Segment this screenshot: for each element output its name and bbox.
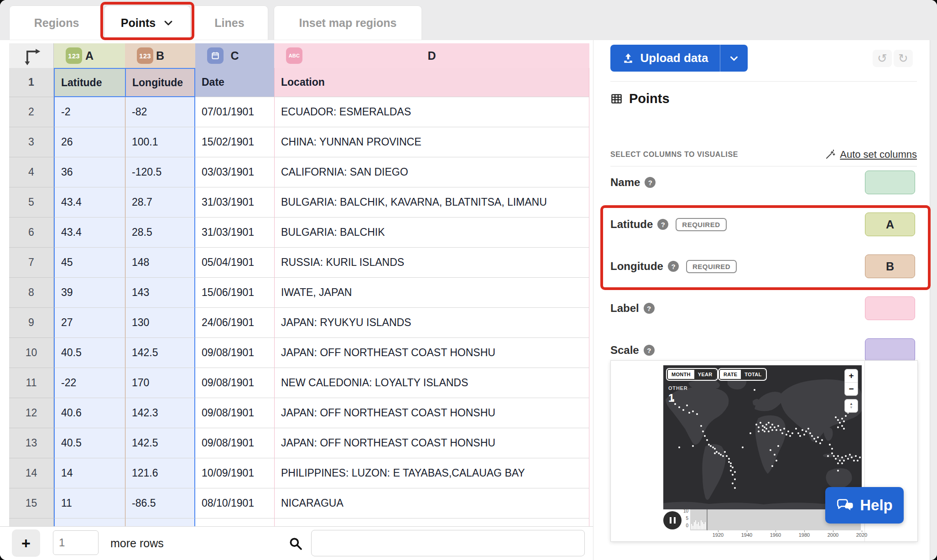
- column-selector-scale[interactable]: [865, 338, 915, 362]
- table-cell[interactable]: 26: [54, 127, 125, 157]
- row-number[interactable]: 6: [9, 218, 54, 248]
- table-cell[interactable]: -22: [54, 368, 125, 398]
- table-cell[interactable]: 43.4: [54, 187, 125, 218]
- undo-button[interactable]: ↺: [873, 50, 892, 67]
- table-cell[interactable]: 170: [125, 368, 195, 398]
- table-cell[interactable]: -86.5: [125, 488, 195, 519]
- table-cell[interactable]: 100.1: [125, 127, 195, 157]
- row-number[interactable]: 2: [9, 97, 54, 127]
- column-selector-name[interactable]: [865, 171, 915, 194]
- column-header-B[interactable]: 123B: [125, 43, 195, 68]
- help-button[interactable]: Help: [825, 487, 904, 524]
- table-cell[interactable]: 15/02/1901: [195, 127, 274, 157]
- table-cell[interactable]: 148: [125, 248, 195, 278]
- table-cell[interactable]: 09/08/1901: [195, 398, 274, 428]
- table-cell[interactable]: 09/08/1901: [195, 428, 274, 458]
- row-number[interactable]: 9: [9, 308, 54, 338]
- toggle-option-total[interactable]: TOTAL: [741, 370, 765, 379]
- help-circle-icon[interactable]: ?: [657, 219, 668, 230]
- table-cell[interactable]: 09/08/1901: [195, 368, 274, 398]
- table-cell[interactable]: 08/10/1901: [195, 488, 274, 519]
- table-cell[interactable]: IWATE, JAPAN: [274, 278, 589, 308]
- table-cell[interactable]: JAPAN: OFF NORTHEAST COAST HONSHU: [274, 428, 589, 458]
- table-cell[interactable]: 40.5: [54, 428, 125, 458]
- timeline-cursor[interactable]: [707, 509, 708, 530]
- table-cell[interactable]: 15/06/1901: [195, 278, 274, 308]
- pause-button[interactable]: [663, 511, 682, 529]
- toggle-option-rate[interactable]: RATE: [720, 370, 741, 379]
- table-cell[interactable]: 43.4: [54, 218, 125, 248]
- table-cell[interactable]: 121.6: [125, 458, 195, 488]
- table-cell[interactable]: 130: [125, 308, 195, 338]
- table-cell[interactable]: 14: [54, 458, 125, 488]
- table-cell[interactable]: -82: [125, 97, 195, 127]
- table-cell[interactable]: 40.6: [54, 398, 125, 428]
- table-cell[interactable]: -120.5: [125, 157, 195, 187]
- row-number[interactable]: 13: [9, 428, 54, 458]
- toggle-option-year[interactable]: YEAR: [694, 370, 716, 379]
- table-cell[interactable]: RUSSIA: KURIL ISLANDS: [274, 248, 589, 278]
- table-cell[interactable]: 31/03/1901: [195, 218, 274, 248]
- upload-data-button[interactable]: Upload data: [610, 45, 748, 72]
- help-circle-icon[interactable]: ?: [668, 261, 679, 272]
- zoom-out-button[interactable]: −: [845, 382, 858, 395]
- table-cell[interactable]: -2: [54, 97, 125, 127]
- table-cell[interactable]: 28.5: [125, 218, 195, 248]
- column-header-A[interactable]: 123A: [54, 43, 125, 68]
- tab-points[interactable]: Points: [104, 5, 191, 40]
- table-cell[interactable]: NEW CALEDONIA: LOYALTY ISLANDS: [274, 368, 589, 398]
- row-number[interactable]: 11: [9, 368, 54, 398]
- toggle-option-month[interactable]: MONTH: [668, 370, 694, 379]
- table-cell[interactable]: 24/06/1901: [195, 308, 274, 338]
- table-cell[interactable]: 28.7: [125, 187, 195, 218]
- upload-dropdown-button[interactable]: [720, 45, 748, 72]
- table-cell[interactable]: 36: [54, 157, 125, 187]
- table-cell[interactable]: JAPAN: RYUKYU ISLANDS: [274, 308, 589, 338]
- table-cell[interactable]: 11: [54, 488, 125, 519]
- table-cell[interactable]: JAPAN: OFF NORTHEAST COAST HONSHU: [274, 338, 589, 368]
- column-header-D[interactable]: ABCD: [274, 43, 589, 68]
- redo-button[interactable]: ↻: [894, 50, 913, 67]
- table-cell[interactable]: 05/04/1901: [195, 248, 274, 278]
- table-cell[interactable]: 40.5: [54, 338, 125, 368]
- table-cell[interactable]: BULGARIA: BALCHIK: [274, 218, 589, 248]
- row-number[interactable]: 4: [9, 157, 54, 187]
- table-cell[interactable]: CHINA: YUNNAN PROVINCE: [274, 127, 589, 157]
- row-number[interactable]: 7: [9, 248, 54, 278]
- tab-lines[interactable]: Lines: [191, 5, 268, 40]
- column-selector-longitude[interactable]: B: [865, 254, 915, 278]
- column-selector-latitude[interactable]: A: [865, 213, 915, 236]
- tab-inset-map-regions[interactable]: Inset map regions: [274, 5, 422, 40]
- table-cell[interactable]: NICARAGUA: [274, 488, 589, 519]
- map-pan-button[interactable]: ▲ ▼: [844, 399, 858, 413]
- help-circle-icon[interactable]: ?: [645, 177, 656, 188]
- row-number[interactable]: 3: [9, 127, 54, 157]
- table-cell[interactable]: 31/03/1901: [195, 187, 274, 218]
- table-cell[interactable]: 142.5: [125, 428, 195, 458]
- row-number[interactable]: 8: [9, 278, 54, 308]
- table-cell[interactable]: 142.5: [125, 338, 195, 368]
- select-all-corner[interactable]: [9, 43, 54, 68]
- table-cell[interactable]: PHILIPPINES: LUZON: E TAYABAS,CALAUAG BA…: [274, 458, 589, 488]
- auto-set-columns-link[interactable]: Auto set columns: [825, 149, 917, 161]
- table-cell[interactable]: 07/01/1901: [195, 97, 274, 127]
- sheet-search-input[interactable]: [311, 530, 585, 556]
- row-number[interactable]: 15: [9, 488, 54, 519]
- add-rows-button[interactable]: +: [12, 529, 40, 557]
- row-number[interactable]: 14: [9, 458, 54, 488]
- table-cell[interactable]: 142.3: [125, 398, 195, 428]
- column-selector-label[interactable]: [865, 296, 915, 320]
- column-header-C[interactable]: C: [195, 43, 274, 68]
- table-cell[interactable]: BULGARIA: BALCHIK, KAVARNA, BLATNITSA, L…: [274, 187, 589, 218]
- table-cell[interactable]: 10/09/1901: [195, 458, 274, 488]
- header-cell-date[interactable]: Date: [195, 68, 274, 97]
- zoom-in-button[interactable]: +: [845, 369, 858, 382]
- help-circle-icon[interactable]: ?: [644, 345, 655, 356]
- tab-regions[interactable]: Regions: [9, 5, 104, 40]
- table-cell[interactable]: 03/03/1901: [195, 157, 274, 187]
- time-mode-toggle[interactable]: MONTHYEAR: [667, 369, 717, 380]
- row-number[interactable]: 5: [9, 187, 54, 218]
- help-circle-icon[interactable]: ?: [644, 303, 655, 314]
- table-cell[interactable]: ECUADOR: ESMERALDAS: [274, 97, 589, 127]
- value-mode-toggle[interactable]: RATETOTAL: [719, 369, 766, 380]
